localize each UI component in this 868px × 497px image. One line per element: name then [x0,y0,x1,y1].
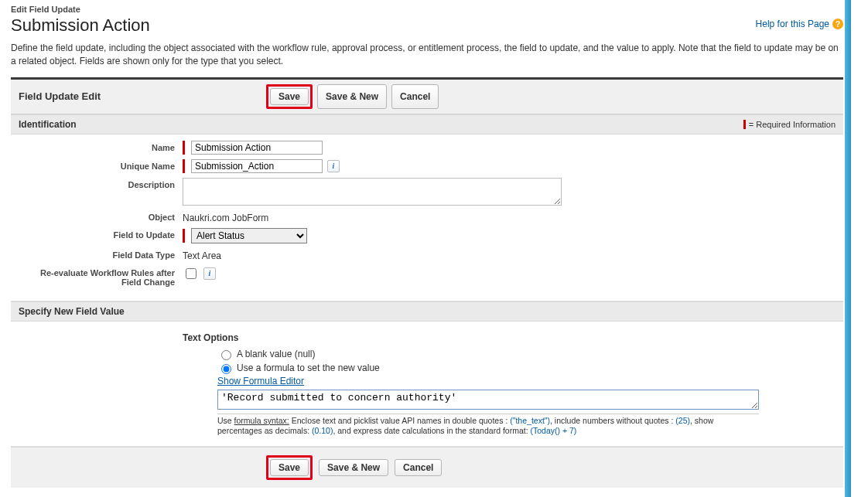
right-scrollbar-decor [845,0,851,497]
save-button-bottom-highlight: Save [266,455,313,480]
help-for-this-page-link[interactable]: Help for this Page ? [756,6,843,42]
info-icon[interactable]: i [327,160,340,172]
formula-syntax-hint: Use formula syntax: Enclose text and pic… [217,414,759,437]
use-formula-radio[interactable] [221,364,231,374]
required-marker [183,141,185,155]
unique-name-input[interactable] [191,159,323,173]
blank-value-label: A blank value (null) [237,349,315,359]
show-formula-editor-link[interactable]: Show Formula Editor [217,376,304,386]
specify-value-section-title: Specify New Field Value [19,306,125,317]
save-and-new-button-bottom[interactable]: Save & New [319,459,388,476]
required-information-legend: = Required Information [743,119,836,130]
help-link-text: Help for this Page [756,19,829,29]
blank-value-radio[interactable] [221,350,231,360]
save-button-bottom[interactable]: Save [270,459,309,476]
description-textarea[interactable] [183,178,562,206]
field-data-type-label: Field Data Type [20,248,183,260]
cancel-button-bottom[interactable]: Cancel [395,459,442,476]
unique-name-label: Unique Name [20,159,183,171]
field-data-type-value: Text Area [183,248,221,261]
required-marker [183,229,185,243]
cancel-button[interactable]: Cancel [391,84,439,109]
text-options-heading: Text Options [183,332,834,343]
reevaluate-checkbox[interactable] [186,268,196,279]
page-description: Define the field update, including the o… [11,42,843,68]
identification-section-title: Identification [19,119,77,130]
reevaluate-label: Re-evaluate Workflow Rules after Field C… [20,266,183,287]
object-value: Naukri.com JobForm [183,210,268,223]
panel-title: Field Update Edit [19,90,266,102]
page-title: Submission Action [11,15,150,36]
required-marker [183,159,185,173]
info-icon[interactable]: i [203,267,216,280]
field-to-update-label: Field to Update [20,228,183,240]
name-input[interactable] [191,141,323,155]
object-label: Object [20,210,183,222]
breadcrumb-edit-label: Edit Field Update [11,5,150,14]
name-label: Name [20,141,183,152]
field-to-update-select[interactable]: Alert Status [191,228,307,243]
save-and-new-button[interactable]: Save & New [317,84,387,109]
use-formula-label: Use a formula to set the new value [237,363,380,373]
help-icon: ? [832,19,843,29]
formula-textarea[interactable]: 'Record submitted to concern authority' [217,390,759,410]
save-button[interactable]: Save [270,88,309,105]
save-button-highlight: Save [266,84,313,109]
description-label: Description [20,178,183,189]
